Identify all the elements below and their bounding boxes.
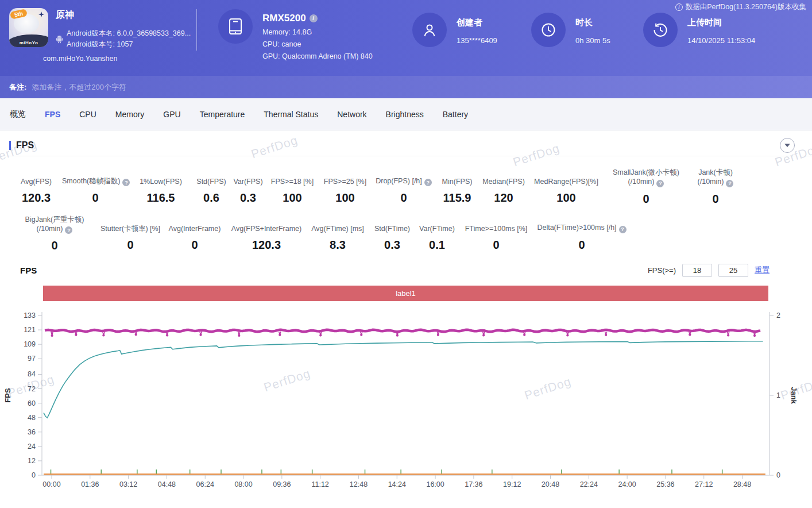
stat-label: Avg(FPS) bbox=[21, 178, 52, 186]
android-version-name: Android版本名: 6.0.0_36598533_369... bbox=[67, 28, 191, 39]
stat-label: Min(FPS) bbox=[442, 178, 473, 186]
tab-cpu[interactable]: CPU bbox=[79, 110, 96, 119]
stat-label: Var(FTime) bbox=[419, 225, 455, 233]
stat-label: (/10min) bbox=[698, 178, 724, 186]
device-gpu: GPU: Qualcomm Adreno (TM) 840 bbox=[262, 52, 373, 60]
sparkle-icon bbox=[38, 11, 44, 17]
svg-text:00:00: 00:00 bbox=[42, 480, 60, 488]
creator-block: 创建者 135****6409 bbox=[412, 13, 497, 47]
stat-value: 100 bbox=[318, 191, 372, 205]
tab-temperature[interactable]: Temperature bbox=[200, 110, 245, 119]
tab-fps[interactable]: FPS bbox=[45, 110, 60, 119]
stat-item: Avg(FPS+InterFrame)120.3 bbox=[227, 215, 306, 253]
device-info-icon[interactable]: i bbox=[310, 14, 318, 22]
app-brand-label: miHoYo bbox=[9, 40, 48, 45]
stat-value: 100 bbox=[528, 191, 604, 205]
stat-value: 0 bbox=[99, 238, 162, 252]
chevron-down-icon bbox=[784, 144, 790, 147]
stat-label: Std(FPS) bbox=[196, 178, 226, 186]
tab-overview[interactable]: 概览 bbox=[10, 109, 26, 120]
svg-text:FPS: FPS bbox=[3, 388, 12, 403]
svg-text:22:24: 22:24 bbox=[580, 480, 598, 488]
collapse-button[interactable] bbox=[780, 138, 795, 153]
stat-label: (/10min) bbox=[628, 178, 655, 186]
stat-item: Stutter(卡顿率) [%]0 bbox=[99, 215, 162, 253]
help-icon[interactable]: ? bbox=[619, 226, 627, 233]
tab-gpu[interactable]: GPU bbox=[163, 110, 180, 119]
tab-thermal-status[interactable]: Thermal Status bbox=[264, 110, 318, 119]
stat-value: 0 bbox=[62, 191, 129, 205]
stat-label: Smooth(稳帧指数) bbox=[62, 177, 120, 185]
svg-text:20:48: 20:48 bbox=[542, 480, 559, 488]
tab-battery[interactable]: Battery bbox=[443, 110, 468, 119]
app-icon: 5th miHoYo bbox=[9, 8, 48, 47]
stat-item: FTime>=100ms [%]0 bbox=[459, 215, 533, 253]
tab-memory[interactable]: Memory bbox=[115, 110, 145, 119]
stat-value: 115.9 bbox=[435, 191, 479, 205]
section-accent-bar bbox=[9, 141, 11, 150]
chart-label-banner: label1 bbox=[43, 286, 768, 301]
person-icon bbox=[412, 13, 447, 47]
device-cpu: CPU: canoe bbox=[262, 40, 373, 48]
svg-text:17:36: 17:36 bbox=[465, 480, 482, 488]
upload-time-block: 上传时间 14/10/2025 11:53:04 bbox=[643, 13, 755, 47]
stat-value: 0 bbox=[162, 238, 227, 252]
remark-label: 备注: bbox=[9, 82, 26, 93]
stat-item: Std(FPS)0.6 bbox=[193, 168, 230, 206]
reset-link[interactable]: 重置 bbox=[755, 265, 770, 275]
fps-threshold-low-input[interactable] bbox=[682, 264, 712, 277]
svg-text:72: 72 bbox=[28, 385, 36, 393]
stat-label: Avg(InterFrame) bbox=[169, 225, 221, 233]
svg-text:16:00: 16:00 bbox=[426, 480, 444, 488]
device-model: RMX5200 bbox=[262, 13, 306, 24]
creator-value: 135****6409 bbox=[457, 36, 497, 45]
svg-text:06:24: 06:24 bbox=[196, 480, 214, 488]
help-icon[interactable]: ? bbox=[726, 180, 733, 187]
stat-label: (/10min) bbox=[37, 225, 63, 233]
svg-text:27:12: 27:12 bbox=[695, 480, 713, 488]
stat-item: Median(FPS)120 bbox=[479, 168, 528, 206]
duration-value: 0h 30m 5s bbox=[575, 36, 610, 45]
svg-text:09:36: 09:36 bbox=[273, 480, 291, 488]
stat-item: Var(FTime)0.1 bbox=[415, 215, 459, 253]
stat-item: FPS>=18 [%]100 bbox=[266, 168, 318, 206]
svg-text:01:36: 01:36 bbox=[81, 480, 99, 488]
fps-chart-area: 0122436486072849710912113301200:0001:360… bbox=[0, 305, 812, 490]
perfdog-report-page: 5th miHoYo 原神 Android版本名: 6.0.0_365985 bbox=[0, 0, 812, 508]
app-info-block: 5th miHoYo 原神 Android版本名: 6.0.0_365985 bbox=[9, 8, 191, 63]
app-meta: 原神 Android版本名: 6.0.0_36598533_369... And… bbox=[56, 8, 191, 63]
help-icon[interactable]: ? bbox=[424, 179, 432, 186]
svg-text:24: 24 bbox=[28, 442, 36, 451]
stat-item: MedRange(FPS)[%]100 bbox=[528, 168, 604, 206]
fps-jank-chart: 0122436486072849710912113301200:0001:360… bbox=[0, 305, 812, 490]
upload-time-value: 14/10/2025 11:53:04 bbox=[687, 36, 755, 45]
stat-value: 0.3 bbox=[230, 191, 266, 205]
stat-label: BigJank(严重卡顿) bbox=[25, 215, 84, 224]
clock-icon bbox=[531, 13, 566, 47]
svg-text:04:48: 04:48 bbox=[158, 480, 176, 488]
remark-input[interactable]: 添加备注，不超过200个字符 bbox=[32, 82, 812, 93]
header-divider bbox=[196, 9, 197, 51]
svg-text:0: 0 bbox=[776, 471, 780, 479]
tab-network[interactable]: Network bbox=[337, 110, 366, 119]
stat-label: Avg(FTime) [ms] bbox=[311, 225, 364, 233]
android-version-code: Android版本号: 1057 bbox=[67, 39, 191, 50]
stat-label: Drop(FPS) [/h] bbox=[376, 177, 422, 185]
stat-item: Var(FPS)0.3 bbox=[230, 168, 266, 206]
upload-time-label: 上传时间 bbox=[687, 17, 755, 28]
chart-controls: FPS FPS(>=) 重置 bbox=[0, 261, 812, 279]
device-block: RMX5200 i Memory: 14.8G CPU: canoe GPU: … bbox=[218, 9, 373, 60]
creator-label: 创建者 bbox=[457, 17, 497, 28]
stat-label: FTime>=100ms [%] bbox=[465, 225, 528, 233]
help-icon[interactable]: ? bbox=[656, 180, 664, 187]
stat-label: Median(FPS) bbox=[482, 178, 525, 186]
help-icon[interactable]: ? bbox=[65, 226, 72, 234]
stat-label: FPS>=25 [%] bbox=[324, 178, 366, 186]
fps-threshold-high-input[interactable] bbox=[718, 264, 748, 277]
stat-item: Jank(卡顿)(/10min)?0 bbox=[688, 168, 743, 206]
svg-text:14:24: 14:24 bbox=[388, 480, 406, 488]
android-icon bbox=[56, 35, 63, 44]
tab-brightness[interactable]: Brightness bbox=[386, 110, 424, 119]
svg-text:48: 48 bbox=[28, 414, 36, 422]
device-memory: Memory: 14.8G bbox=[262, 28, 373, 36]
